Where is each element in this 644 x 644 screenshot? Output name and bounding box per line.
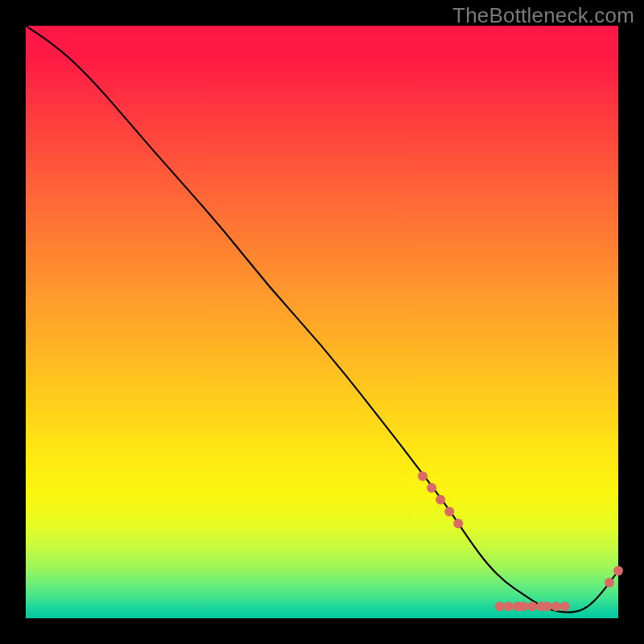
watermark-text: TheBottleneck.com — [452, 3, 634, 28]
plot-area — [26, 26, 618, 618]
data-point-marker — [436, 495, 445, 505]
data-point-marker — [551, 601, 561, 611]
data-point-marker — [527, 601, 537, 611]
data-point-marker — [427, 483, 436, 493]
chart-frame: TheBottleneck.com — [0, 0, 644, 644]
data-point-marker — [418, 471, 427, 481]
data-point-marker — [543, 601, 552, 611]
marker-layer — [418, 471, 623, 611]
chart-svg — [26, 26, 618, 618]
data-point-marker — [605, 578, 614, 588]
data-point-marker — [613, 566, 623, 576]
data-point-marker — [444, 507, 454, 517]
data-point-marker — [504, 601, 514, 611]
data-point-marker — [560, 601, 570, 611]
data-point-marker — [518, 601, 528, 611]
data-point-marker — [495, 601, 505, 611]
data-point-marker — [453, 518, 463, 528]
bottleneck-curve-line — [26, 26, 618, 613]
